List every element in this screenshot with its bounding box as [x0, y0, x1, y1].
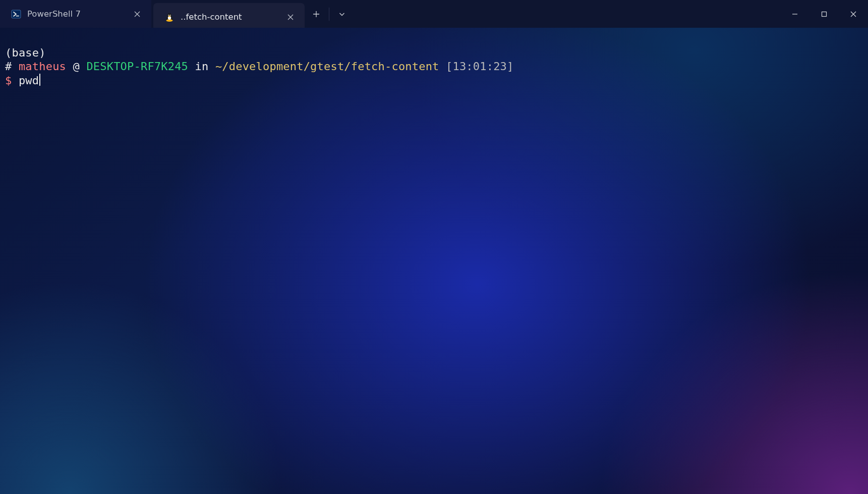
tab-title: PowerShell 7	[27, 9, 124, 19]
chevron-down-icon	[338, 11, 345, 18]
tab-actions	[305, 0, 354, 28]
prompt-hash: #	[5, 60, 12, 73]
new-tab-button[interactable]	[305, 0, 328, 28]
tab-title: ..fetch-content	[181, 12, 277, 22]
divider	[329, 8, 329, 21]
minimize-icon	[792, 11, 798, 17]
close-icon	[850, 11, 856, 17]
tab-close-button[interactable]	[130, 7, 144, 21]
tux-icon	[164, 12, 175, 22]
prompt-at: @	[73, 60, 79, 73]
tab-dropdown-button[interactable]	[330, 0, 354, 28]
svg-point-6	[170, 15, 170, 16]
maximize-icon	[821, 11, 827, 17]
prompt-user: matheus	[19, 60, 66, 73]
close-icon	[287, 14, 294, 20]
command-input[interactable]: pwd	[19, 74, 39, 87]
prompt-host: DESKTOP-RF7K245	[86, 60, 188, 73]
window-controls	[780, 0, 868, 28]
title-bar: PowerShell 7 ..fetch-content	[0, 0, 868, 28]
close-window-button[interactable]	[839, 0, 868, 28]
close-icon	[134, 11, 140, 17]
tab-powershell[interactable]: PowerShell 7	[0, 0, 151, 28]
env-line: (base)	[5, 46, 46, 59]
tab-fetch-content[interactable]: ..fetch-content	[153, 3, 305, 31]
svg-rect-7	[822, 12, 827, 16]
prompt-path: ~/development/gtest/fetch-content	[215, 60, 439, 73]
terminal-area[interactable]: (base) # matheus @ DESKTOP-RF7K245 in ~/…	[0, 28, 868, 494]
powershell-icon	[11, 9, 21, 19]
prompt-symbol: $	[5, 74, 12, 87]
prompt-in: in	[195, 60, 209, 73]
cursor	[39, 74, 40, 85]
prompt-time: [13:01:23]	[446, 60, 513, 73]
tab-close-button[interactable]	[283, 10, 298, 24]
plus-icon	[313, 11, 320, 18]
maximize-button[interactable]	[809, 0, 839, 28]
svg-point-5	[168, 15, 169, 16]
terminal-output: (base) # matheus @ DESKTOP-RF7K245 in ~/…	[0, 28, 868, 91]
minimize-button[interactable]	[780, 0, 809, 28]
